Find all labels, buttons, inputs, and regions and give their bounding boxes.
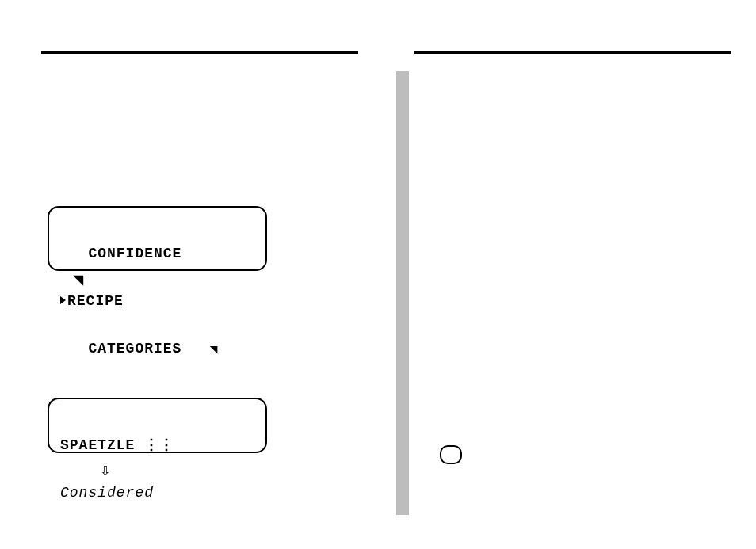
lcd-screen-menu: CONFIDENCE RECIPE CATEGORIES ◥ bbox=[48, 206, 267, 271]
entry-title: SPAETZLE bbox=[60, 437, 135, 453]
right-column bbox=[414, 51, 731, 54]
left-column-rule bbox=[41, 51, 358, 54]
button-outline-icon bbox=[440, 445, 462, 464]
step-arrow-icon: ◥ bbox=[73, 269, 83, 291]
lcd-menu-item-categories: CATEGORIES bbox=[88, 341, 181, 356]
page-gutter bbox=[396, 71, 409, 515]
lcd-menu-item-recipe: RECIPE bbox=[67, 293, 124, 309]
caret-icon bbox=[60, 296, 66, 304]
lcd-line-1: CONFIDENCE bbox=[60, 246, 254, 261]
lcd2-line-2: Considered bbox=[60, 485, 254, 501]
lcd-line-2: RECIPE bbox=[60, 293, 254, 309]
page: CONFIDENCE RECIPE CATEGORIES ◥ ◥ SPAETZL… bbox=[0, 0, 756, 549]
submenu-arrow-icon: ◥ bbox=[210, 342, 219, 358]
lcd-menu-item-confidence: CONFIDENCE bbox=[88, 246, 181, 261]
lcd-line-3: CATEGORIES ◥ bbox=[60, 341, 254, 356]
left-column bbox=[41, 51, 358, 54]
lcd-screen-entry: SPAETZLE ⋮⋮ Considered bbox=[48, 398, 267, 453]
entry-subtitle: Considered bbox=[60, 485, 154, 501]
right-column-rule bbox=[414, 51, 731, 54]
cursor-icon: ⋮⋮ bbox=[144, 437, 174, 453]
down-arrow-icon: ⇩ bbox=[100, 459, 110, 481]
lcd2-line-1: SPAETZLE ⋮⋮ bbox=[60, 437, 254, 453]
